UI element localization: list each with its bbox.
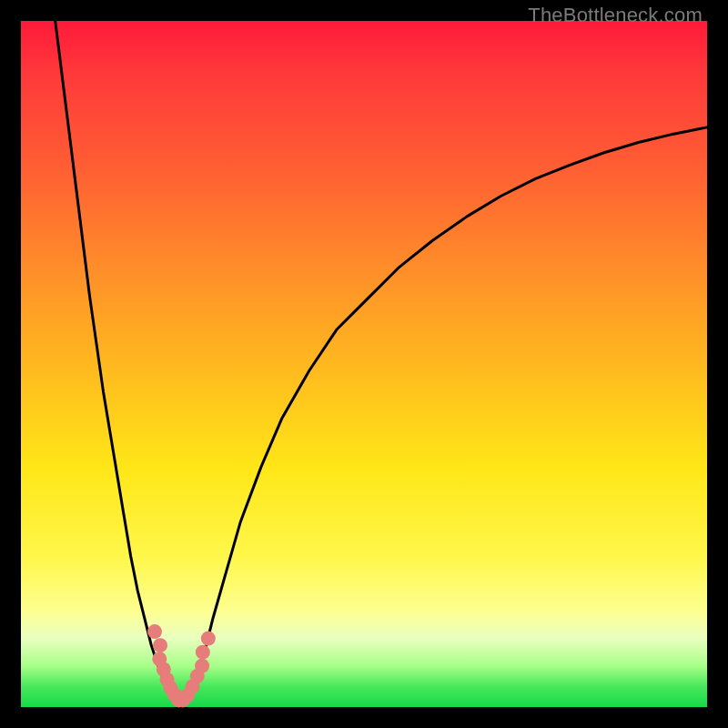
- marker-dot: [147, 624, 162, 639]
- marker-dot: [196, 645, 210, 660]
- bottleneck-markers: [147, 624, 216, 707]
- chart-frame: TheBottleneck.com: [0, 0, 728, 728]
- bottleneck-curves: [56, 21, 707, 703]
- marker-dot: [201, 632, 216, 646]
- marker-dot: [153, 638, 167, 652]
- chart-svg: [21, 21, 707, 707]
- marker-dot: [195, 659, 209, 673]
- curve-right-branch: [178, 127, 707, 703]
- watermark-label: TheBottleneck.com: [528, 4, 703, 27]
- curve-left-branch: [56, 21, 179, 703]
